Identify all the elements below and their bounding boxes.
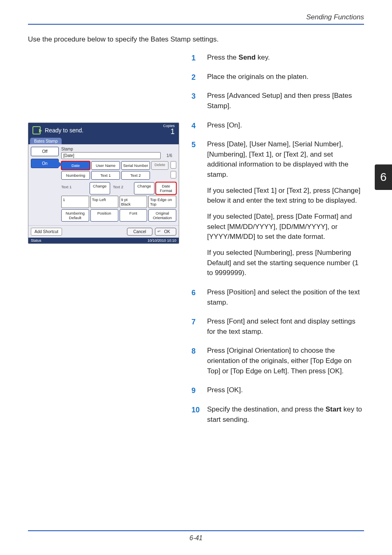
step-1: Press the Send key.: [191, 53, 364, 63]
stamp-numbering[interactable]: Numbering: [61, 171, 90, 180]
button-row: Numbering Default Position Font Original…: [61, 209, 176, 222]
stamp-user-name[interactable]: User Name: [91, 161, 120, 170]
ok-button[interactable]: OK: [155, 228, 176, 236]
step-1-key: Send: [239, 53, 256, 61]
footer-rule: [28, 530, 364, 531]
position-button[interactable]: Position: [90, 209, 118, 222]
step-5: Press [Date], [User Name], [Serial Numbe…: [191, 139, 364, 278]
stamp-row-2: Numbering Text 1 Text 2: [61, 171, 176, 180]
step-5-sub-b: If you selected [Date], press [Date Form…: [207, 212, 364, 242]
running-header: Sending Functions: [28, 13, 364, 21]
header-rule: [28, 24, 364, 25]
panel-footer: Add Shortcut Cancel OK: [28, 225, 179, 238]
panel-body: Off On Stamp [Date] 1/6 Date User Name S…: [28, 144, 179, 225]
text2-label: Text 2: [111, 184, 133, 194]
orientation-label: Original Orientation: [153, 211, 172, 220]
stamp-value-field: [Date]: [61, 152, 161, 159]
orientation-value: Top Edge on Top: [148, 196, 176, 208]
scroll-up-icon[interactable]: [171, 161, 176, 169]
page: Sending Functions Use the procedure belo…: [0, 0, 392, 450]
copies-indicator: Copies 1: [163, 124, 175, 135]
scroll-down[interactable]: [171, 171, 176, 180]
stamp-value-row: [Date] 1/6: [61, 152, 176, 159]
step-1-text-b: key.: [256, 53, 270, 61]
stamp-row-1: Date User Name Serial Number Delete: [61, 161, 176, 170]
orientation-button[interactable]: Original Orientation: [148, 209, 176, 222]
page-number: 6-41: [0, 534, 392, 542]
position-value: Top Left: [90, 196, 118, 208]
font-color-value: Black: [121, 202, 131, 206]
step-5-main: Press [Date], [User Name], [Serial Numbe…: [207, 140, 348, 178]
stamp-date[interactable]: Date: [61, 161, 90, 170]
cancel-button[interactable]: Cancel: [127, 228, 152, 236]
panel-tabs: Bates Stamp: [28, 138, 179, 144]
numbering-default-label: Numbering Default: [66, 211, 85, 220]
stamp-area: Stamp [Date] 1/6 Date User Name Serial N…: [61, 147, 176, 223]
copies-value: 1: [163, 128, 175, 135]
scroll-up-down[interactable]: [171, 161, 176, 170]
status-bar: Status 10/10/2010 10:10: [28, 238, 179, 243]
page-indicator: 1/6: [162, 153, 176, 158]
intro-text: Use the procedure below to specify the B…: [28, 35, 364, 44]
font-button[interactable]: Font: [120, 209, 148, 222]
off-button[interactable]: Off: [31, 147, 59, 156]
steps-column: Press the Send key. Place the originals …: [191, 53, 364, 434]
numbering-value: 1: [61, 196, 89, 208]
text-row: Text 1 Change Text 2 Change Date Format: [61, 182, 176, 194]
scroll-down-icon[interactable]: [171, 171, 176, 178]
step-3: Press [Advanced Setup] and then press [B…: [191, 91, 364, 111]
status-label[interactable]: Status: [31, 238, 42, 243]
date-format-button[interactable]: Date Format: [156, 182, 176, 194]
add-shortcut-button[interactable]: Add Shortcut: [31, 228, 62, 236]
numbering-default-button[interactable]: Numbering Default: [61, 209, 89, 222]
step-1-text-a: Press the: [207, 53, 239, 61]
step-9: Press [OK].: [191, 385, 364, 395]
text1-label: Text 1: [61, 184, 88, 194]
step-8: Press [Original Orientation] to choose t…: [191, 346, 364, 376]
tab-bates-stamp[interactable]: Bates Stamp: [30, 138, 62, 144]
two-column-area: Ready to send. Copies 1 Bates Stamp Off …: [28, 53, 364, 434]
panel-title: Ready to send.: [45, 127, 83, 134]
step-5-sub-c: If you selected [Numbering], press [Numb…: [207, 248, 364, 278]
font-size-value: 9 pt: [121, 197, 128, 202]
change-button-1[interactable]: Change: [90, 182, 110, 194]
step-6: Press [Position] and select the position…: [191, 287, 364, 308]
chapter-tab: 6: [375, 164, 392, 190]
step-7: Press [Font] and select font and display…: [191, 317, 364, 337]
step-2: Place the originals on the platen.: [191, 72, 364, 82]
step-10-key: Start: [325, 405, 341, 413]
stamp-label: Stamp: [61, 147, 176, 151]
stamp-text2[interactable]: Text 2: [121, 171, 150, 180]
step-10-text-a: Specify the destination, and press the: [207, 405, 325, 413]
panel-column: Ready to send. Copies 1 Bates Stamp Off …: [28, 53, 179, 434]
value-row: 1 Top Left 9 pt Black Top Edge on Top: [61, 196, 176, 208]
font-value: 9 pt Black: [120, 196, 148, 208]
touch-panel: Ready to send. Copies 1 Bates Stamp Off …: [28, 123, 179, 244]
procedure-list: Press the Send key. Place the originals …: [191, 53, 364, 425]
delete-button[interactable]: Delete: [151, 161, 168, 170]
change-button-2[interactable]: Change: [134, 182, 154, 194]
step-4: Press [On].: [191, 120, 364, 131]
status-timestamp: 10/10/2010 10:10: [148, 238, 176, 243]
panel-titlebar: Ready to send. Copies 1: [28, 123, 179, 138]
stamp-text1[interactable]: Text 1: [91, 171, 120, 180]
send-icon: [32, 126, 41, 134]
on-button[interactable]: On: [31, 159, 59, 168]
stamp-serial-number[interactable]: Serial Number: [121, 161, 150, 170]
step-10: Specify the destination, and press the S…: [191, 405, 364, 425]
step-5-sub-a: If you selected [Text 1] or [Text 2], pr…: [207, 186, 364, 206]
on-off-group: Off On: [31, 147, 59, 223]
